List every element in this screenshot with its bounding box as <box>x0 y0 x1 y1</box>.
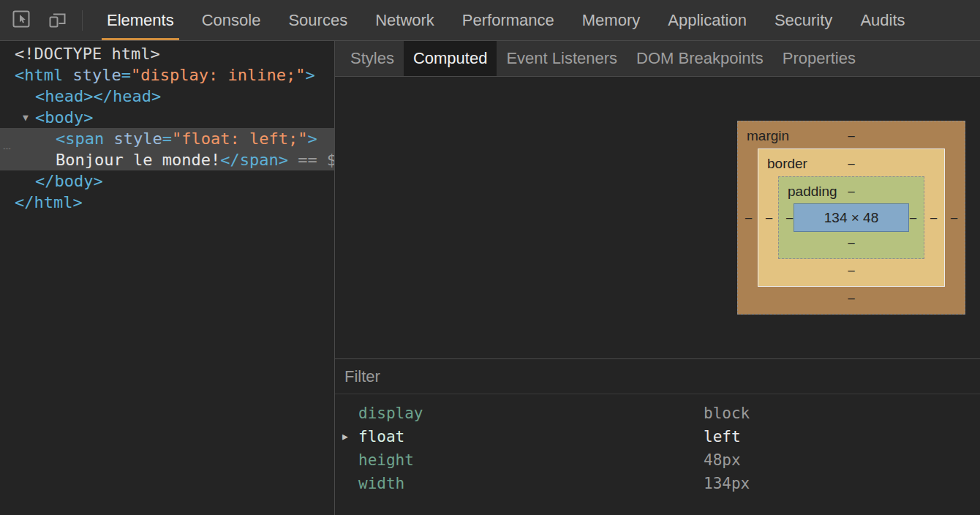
padding-top-value[interactable]: − <box>847 185 855 199</box>
devtools-window: ElementsConsoleSourcesNetworkPerformance… <box>0 0 980 515</box>
dom-tree-line[interactable]: …<span style="float: left;"> <box>0 128 334 149</box>
device-toolbar-button[interactable] <box>45 8 70 33</box>
dom-token-tag: <html <box>15 66 63 84</box>
property-value: block <box>704 402 750 425</box>
box-model-content[interactable]: 134 × 48 <box>794 203 909 232</box>
tab-console[interactable]: Console <box>188 0 275 40</box>
property-expand-arrow-icon[interactable]: ▶ <box>342 425 348 448</box>
margin-right-value[interactable]: − <box>950 211 958 225</box>
sidebar-tab-properties[interactable]: Properties <box>773 41 865 76</box>
dom-tree-line[interactable]: <html style="display: inline;"> <box>0 64 334 86</box>
box-model-border[interactable]: border − − − − padding − − − − 134 × 48 <box>758 149 945 287</box>
border-top-value[interactable]: − <box>847 157 855 171</box>
padding-label: padding <box>788 184 837 200</box>
tab-network[interactable]: Network <box>361 0 448 40</box>
dom-tree-line[interactable]: <!DOCTYPE html> <box>0 43 334 64</box>
content-dimensions: 134 × 48 <box>824 210 879 226</box>
property-value: 48px <box>704 448 741 472</box>
dom-tree-line[interactable]: </html> <box>0 192 334 213</box>
dom-token-eq: == $0 <box>288 151 335 169</box>
dom-token-str: "display: inline;" <box>131 66 305 84</box>
sidebar-tab-event-listeners[interactable]: Event Listeners <box>497 41 627 76</box>
dom-token-tag: > <box>305 66 314 84</box>
dom-token-tag: <span <box>56 129 104 148</box>
margin-top-value[interactable]: − <box>847 129 855 143</box>
dom-tree-line[interactable]: </body> <box>0 170 334 192</box>
dom-token-str: "float: left;" <box>172 129 307 148</box>
sidebar-tab-strip: StylesComputedEvent ListenersDOM Breakpo… <box>335 41 980 77</box>
dom-token-attr: style <box>113 129 162 148</box>
tab-performance[interactable]: Performance <box>448 0 568 40</box>
dom-token-doctype: <!DOCTYPE html> <box>15 45 160 63</box>
dom-token-plain <box>104 129 113 148</box>
dom-token-tag: </span> <box>220 151 288 169</box>
computed-filter-bar: Filter <box>335 359 980 394</box>
tab-security[interactable]: Security <box>761 0 846 40</box>
expand-arrow-icon[interactable]: ▼ <box>23 107 29 128</box>
tab-sources[interactable]: Sources <box>274 0 361 40</box>
dom-token-text: Bonjour le monde! <box>56 151 220 169</box>
computed-property-row-width[interactable]: width134px <box>335 472 980 495</box>
dom-token-tag: <head></head> <box>35 87 161 105</box>
inspect-icon <box>10 8 32 33</box>
dom-token-tag: </html> <box>15 193 83 211</box>
padding-bottom-value[interactable]: − <box>847 236 855 250</box>
padding-left-value[interactable]: − <box>785 211 794 225</box>
computed-property-row-float[interactable]: ▶floatleft <box>335 425 980 448</box>
property-value: left <box>704 425 741 448</box>
dom-token-attr: style <box>72 66 121 84</box>
main-tab-strip: ElementsConsoleSourcesNetworkPerformance… <box>93 0 919 40</box>
tab-elements[interactable]: Elements <box>93 0 188 40</box>
border-right-value[interactable]: − <box>930 211 938 225</box>
computed-property-row-height[interactable]: height48px <box>335 448 980 472</box>
tab-application[interactable]: Application <box>654 0 761 40</box>
dom-token-tag: <body> <box>35 108 93 127</box>
dom-token-tag: </body> <box>35 172 103 190</box>
border-left-value[interactable]: − <box>765 211 773 225</box>
margin-bottom-value[interactable]: − <box>847 292 855 306</box>
main-toolbar: ElementsConsoleSourcesNetworkPerformance… <box>0 0 980 41</box>
dom-token-tag: = <box>121 66 131 84</box>
box-model-padding[interactable]: padding − − − − 134 × 48 <box>778 176 924 259</box>
dom-tree-line[interactable]: ▼<body> <box>0 107 334 128</box>
filter-input[interactable]: Filter <box>344 367 380 386</box>
property-name: height <box>358 451 414 469</box>
dom-token-plain <box>63 66 72 84</box>
computed-pane: Filter displayblock▶floatleftheight48pxw… <box>335 358 980 515</box>
dom-token-tag: > <box>307 129 317 148</box>
property-name: float <box>358 428 404 446</box>
dom-token-tag: = <box>162 129 172 148</box>
padding-right-value[interactable]: − <box>909 211 917 225</box>
tab-audits[interactable]: Audits <box>846 0 919 40</box>
computed-properties-list: displayblock▶floatleftheight48pxwidth134… <box>335 394 980 495</box>
property-name: display <box>358 405 423 422</box>
margin-label: margin <box>747 128 789 144</box>
border-bottom-value[interactable]: − <box>847 264 855 278</box>
sidebar-tab-dom-breakpoints[interactable]: DOM Breakpoints <box>627 41 773 76</box>
tab-memory[interactable]: Memory <box>568 0 654 40</box>
elements-sidebar: StylesComputedEvent ListenersDOM Breakpo… <box>335 41 980 515</box>
sidebar-tab-styles[interactable]: Styles <box>341 41 404 76</box>
margin-left-value[interactable]: − <box>745 211 753 225</box>
inspect-element-button[interactable] <box>9 8 34 33</box>
dom-tree: <!DOCTYPE html><html style="display: inl… <box>0 43 334 213</box>
elements-tree-panel: <!DOCTYPE html><html style="display: inl… <box>0 41 335 515</box>
device-toolbar-icon <box>47 8 69 33</box>
property-name: width <box>358 475 404 492</box>
border-label: border <box>767 156 807 172</box>
box-model-margin[interactable]: margin − − − − border − − − − padding − … <box>737 121 965 315</box>
dom-tree-line[interactable]: Bonjour le monde!</span> == $0 <box>0 149 334 170</box>
computed-property-row-display[interactable]: displayblock <box>335 402 980 425</box>
toolbar-separator <box>82 10 83 31</box>
dom-tree-line[interactable]: <head></head> <box>0 86 334 107</box>
property-value: 134px <box>704 472 750 495</box>
sidebar-tab-computed[interactable]: Computed <box>404 41 497 76</box>
